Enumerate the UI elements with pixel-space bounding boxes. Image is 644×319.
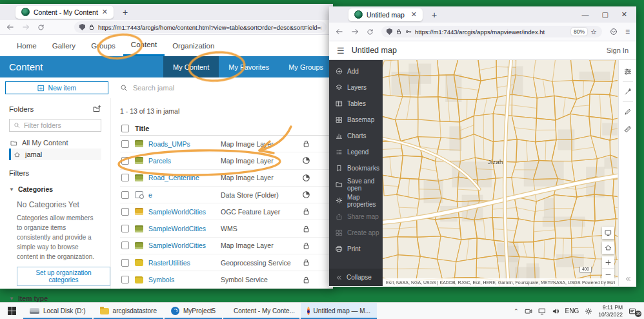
row-checkbox[interactable] bbox=[121, 191, 129, 199]
tab-my-content[interactable]: My Content bbox=[163, 56, 219, 77]
menu-item-add[interactable]: Add bbox=[329, 63, 383, 79]
tab-my-groups[interactable]: My Groups bbox=[279, 56, 333, 77]
table-row[interactable]: SampleWorldCitiesMap Image Layer bbox=[120, 238, 333, 254]
table-row[interactable]: SampleWorldCitiesOGC Feature Layer bbox=[120, 203, 333, 220]
row-checkbox[interactable] bbox=[121, 174, 129, 181]
menu-item-layers[interactable]: Layers bbox=[329, 79, 383, 96]
menu-item-tables[interactable]: Tables bbox=[329, 96, 383, 112]
table-row[interactable]: ParcelsMap Image Layer bbox=[120, 152, 333, 169]
search-input[interactable] bbox=[133, 84, 262, 92]
portal-nav-home[interactable]: Home bbox=[9, 35, 45, 56]
taskbar-item-local-disk-d[interactable]: Local Disk (D:) bbox=[23, 303, 92, 319]
browser-tab[interactable]: Content - My Content ✕ bbox=[15, 6, 114, 19]
forward-button[interactable] bbox=[351, 28, 359, 36]
tab-my-favorites[interactable]: My Favorites bbox=[219, 56, 279, 77]
collapse-button[interactable]: Collapse bbox=[329, 269, 383, 286]
menu-item-legend[interactable]: Legend bbox=[329, 144, 383, 160]
minimize-button[interactable]: — bbox=[581, 10, 589, 19]
sharing-lock-icon[interactable] bbox=[302, 139, 310, 148]
language-indicator[interactable]: ENG bbox=[565, 307, 579, 314]
action-center-icon[interactable]: 10 bbox=[629, 307, 639, 315]
portal-nav-content[interactable]: Content bbox=[123, 35, 165, 56]
portal-nav-groups[interactable]: Groups bbox=[83, 35, 123, 56]
table-row[interactable]: eData Store (Folder) bbox=[120, 187, 333, 203]
address-bar[interactable]: https://m1:7443/arcgis/home/content.html… bbox=[74, 21, 327, 33]
portal-nav-gallery[interactable]: Gallery bbox=[45, 35, 83, 56]
pocket-icon[interactable] bbox=[610, 28, 618, 36]
sharing-globe-icon[interactable] bbox=[302, 190, 310, 199]
menu-icon[interactable]: ≡ bbox=[625, 27, 630, 36]
new-tab-button[interactable]: + bbox=[432, 10, 437, 20]
select-all-checkbox[interactable] bbox=[121, 125, 129, 132]
item-title-link[interactable]: RasterUtilities bbox=[148, 259, 221, 267]
menu-item-map-properties[interactable]: Map properties bbox=[329, 192, 383, 209]
folder-item-all-my-content[interactable]: All My Content bbox=[9, 137, 101, 149]
item-title-link[interactable]: SampleWorldCities bbox=[148, 242, 221, 249]
table-row[interactable]: RasterUtilitiesGeoprocessing Service bbox=[120, 254, 333, 271]
tab-close-icon[interactable]: ✕ bbox=[102, 8, 108, 16]
folder-item-jamal[interactable]: jamal bbox=[9, 149, 101, 160]
row-checkbox[interactable] bbox=[121, 242, 129, 249]
item-title-link[interactable]: e bbox=[148, 191, 221, 199]
menu-item-charts[interactable]: Charts bbox=[329, 128, 383, 144]
menu-item-save-and-open[interactable]: Save and open bbox=[329, 176, 383, 192]
taskbar-item-myproject5[interactable]: MyProject5 bbox=[165, 303, 222, 319]
back-button[interactable] bbox=[6, 23, 14, 31]
right-toolbar-collapse-icon[interactable] bbox=[625, 276, 631, 282]
taskbar-clock[interactable]: 9:11 PM 10/3/2022 bbox=[598, 304, 623, 317]
sharing-lock-icon[interactable] bbox=[302, 258, 310, 267]
row-checkbox[interactable] bbox=[121, 140, 129, 148]
close-button[interactable]: ✕ bbox=[621, 10, 627, 19]
new-item-button[interactable]: New item bbox=[5, 81, 108, 94]
row-checkbox[interactable] bbox=[121, 157, 129, 165]
setup-categories-button[interactable]: Set up organization categories bbox=[17, 267, 110, 286]
map-canvas-area[interactable]: Jizah 400 Esri, NASA, NGA, USGS | KADDB,… bbox=[383, 60, 618, 286]
menu-item-bookmarks[interactable]: Bookmarks bbox=[329, 160, 383, 176]
key-icon[interactable] bbox=[405, 28, 412, 35]
reload-button[interactable] bbox=[37, 24, 45, 31]
table-row[interactable]: SampleWorldCitiesWMS bbox=[120, 220, 333, 237]
categories-section-toggle[interactable]: ▼ Categories bbox=[9, 185, 110, 193]
lock-icon[interactable] bbox=[88, 24, 95, 30]
sharing-lock-icon[interactable] bbox=[302, 225, 310, 233]
browser-tab[interactable]: Untitled map ✕ bbox=[348, 8, 423, 21]
address-bar[interactable]: https://m1:7443/arcgis/apps/mapviewer/in… bbox=[381, 26, 602, 37]
measure-tool-button[interactable] bbox=[624, 125, 632, 133]
sharing-lock-icon[interactable] bbox=[302, 207, 310, 216]
taskbar-item-arcgisdatastore[interactable]: arcgisdatastore bbox=[94, 303, 163, 319]
edit-tool-button[interactable] bbox=[624, 108, 632, 116]
taskbar-item-content-my-conte[interactable]: Content - My Conte... bbox=[223, 303, 299, 319]
reload-button[interactable] bbox=[367, 28, 374, 36]
start-button[interactable] bbox=[0, 303, 23, 319]
item-title-link[interactable]: Road_Centerline bbox=[148, 174, 221, 181]
sign-in-link[interactable]: Sign In bbox=[607, 46, 629, 54]
speaker-tray-icon[interactable] bbox=[552, 307, 559, 315]
table-row[interactable]: SymbolsSymbol Service bbox=[120, 271, 333, 288]
app-menu-icon[interactable]: ☰ bbox=[337, 46, 345, 56]
tab-close-icon[interactable]: ✕ bbox=[411, 10, 417, 19]
sharing-globe-icon[interactable] bbox=[302, 174, 310, 182]
sharing-globe-icon[interactable] bbox=[302, 156, 310, 165]
map-title[interactable]: Untitled map bbox=[352, 46, 397, 55]
display-tray-icon[interactable] bbox=[538, 307, 546, 315]
sharing-lock-icon[interactable] bbox=[302, 276, 310, 284]
lock-icon[interactable] bbox=[396, 28, 402, 35]
forward-button[interactable] bbox=[22, 23, 30, 31]
table-row[interactable]: Road_CenterlineMap Image Layer bbox=[120, 170, 333, 187]
camera-tray-icon[interactable] bbox=[525, 307, 532, 315]
portal-nav-organization[interactable]: Organization bbox=[165, 35, 222, 56]
row-checkbox[interactable] bbox=[121, 259, 129, 267]
tracking-shield-icon[interactable] bbox=[79, 24, 85, 30]
maximize-button[interactable]: ▢ bbox=[601, 10, 608, 19]
back-button[interactable] bbox=[336, 28, 343, 36]
home-button[interactable] bbox=[602, 242, 614, 254]
effects-tool-button[interactable] bbox=[624, 88, 632, 96]
title-column-header[interactable]: Title bbox=[135, 125, 149, 132]
taskbar-item-untitled-map-m[interactable]: Untitled map — M... bbox=[301, 303, 377, 319]
overview-button[interactable] bbox=[602, 227, 614, 239]
settings-tray-icon[interactable] bbox=[585, 307, 592, 315]
sharing-lock-icon[interactable] bbox=[302, 242, 310, 250]
menu-item-print[interactable]: Print bbox=[329, 241, 383, 257]
row-checkbox[interactable] bbox=[121, 225, 129, 232]
row-checkbox[interactable] bbox=[121, 276, 129, 283]
